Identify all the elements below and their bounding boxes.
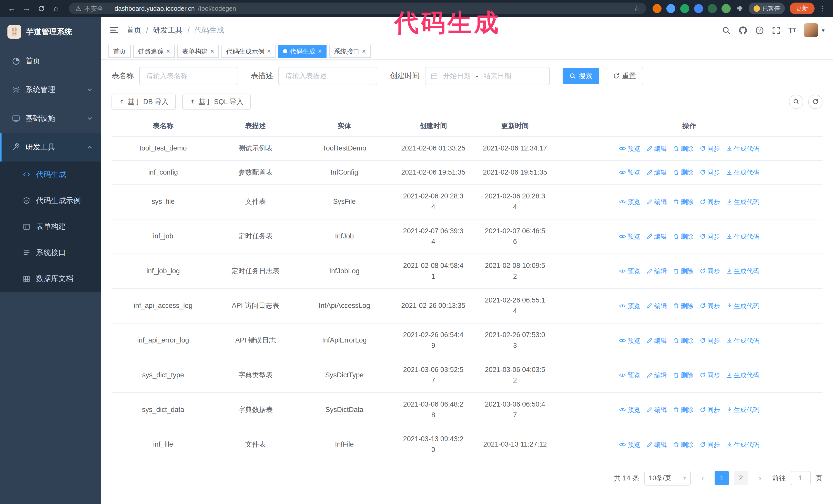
preview-action[interactable]: 预览 [619, 301, 640, 311]
preview-action[interactable]: 预览 [619, 336, 640, 345]
delete-action[interactable]: 删除 [673, 144, 694, 153]
extension-1-icon[interactable] [652, 4, 662, 13]
sidebar-subitem-0[interactable]: 代码生成 [0, 162, 101, 188]
import-db-button[interactable]: 基于 DB 导入 [112, 94, 176, 110]
preview-action[interactable]: 预览 [619, 144, 640, 153]
tab-3[interactable]: 代码生成示例× [221, 45, 276, 58]
paused-badge[interactable]: 已暂停 [749, 3, 785, 14]
sync-action[interactable]: 同步 [700, 144, 720, 153]
close-icon[interactable]: × [210, 48, 214, 55]
sync-action[interactable]: 同步 [700, 405, 720, 415]
bookmark-star-icon[interactable]: ☆ [634, 4, 640, 13]
generate-code-action[interactable]: 生成代码 [727, 370, 759, 380]
delete-action[interactable]: 删除 [673, 301, 694, 311]
date-range-picker[interactable]: 开始日期 - 结束日期 [425, 67, 550, 85]
goto-page-input[interactable] [791, 471, 811, 485]
search-button[interactable]: 搜索 [563, 68, 599, 84]
preview-action[interactable]: 预览 [619, 370, 640, 380]
sync-action[interactable]: 同步 [700, 232, 720, 241]
edit-action[interactable]: 编辑 [647, 440, 667, 450]
preview-action[interactable]: 预览 [619, 197, 640, 207]
delete-action[interactable]: 删除 [673, 197, 694, 207]
browser-menu-icon[interactable]: ⋮ [816, 4, 828, 13]
delete-action[interactable]: 删除 [673, 336, 694, 345]
sidebar-subitem-2[interactable]: 表单构建 [0, 214, 101, 240]
font-size-icon[interactable]: TT [788, 27, 796, 34]
extension-6-icon[interactable] [721, 4, 731, 13]
edit-action[interactable]: 编辑 [647, 266, 667, 276]
edit-action[interactable]: 编辑 [647, 370, 667, 380]
breadcrumb-item-tools[interactable]: 研发工具 [153, 25, 183, 35]
generate-code-action[interactable]: 生成代码 [727, 405, 759, 415]
help-icon[interactable]: ? [755, 26, 764, 34]
sidebar-subitem-3[interactable]: 系统接口 [0, 240, 101, 266]
edit-action[interactable]: 编辑 [647, 405, 667, 415]
sync-action[interactable]: 同步 [700, 370, 720, 380]
sidebar-subitem-1[interactable]: 代码生成示例 [0, 188, 101, 214]
generate-code-action[interactable]: 生成代码 [727, 232, 759, 241]
sync-action[interactable]: 同步 [700, 266, 720, 276]
extension-2-icon[interactable] [666, 4, 675, 13]
edit-action[interactable]: 编辑 [647, 167, 667, 177]
table-desc-input[interactable] [278, 67, 377, 85]
sidebar-item-2[interactable]: 基础设施 [0, 104, 101, 133]
user-avatar[interactable] [804, 23, 818, 37]
page-button-1[interactable]: 1 [715, 471, 729, 485]
preview-action[interactable]: 预览 [619, 405, 640, 415]
extension-4-icon[interactable] [694, 4, 703, 13]
preview-action[interactable]: 预览 [619, 440, 640, 450]
prev-page-button[interactable]: ‹ [696, 471, 710, 485]
preview-action[interactable]: 预览 [619, 266, 640, 276]
generate-code-action[interactable]: 生成代码 [727, 301, 759, 311]
back-icon[interactable]: ← [5, 2, 18, 15]
forward-icon[interactable]: → [20, 2, 33, 15]
reload-icon[interactable] [35, 2, 48, 15]
close-icon[interactable]: × [166, 48, 170, 55]
tab-5[interactable]: 系统接口× [329, 45, 371, 58]
edit-action[interactable]: 编辑 [647, 144, 667, 153]
github-icon[interactable] [738, 26, 747, 35]
reset-button[interactable]: 重置 [606, 68, 643, 84]
sidebar-item-1[interactable]: 系统管理 [0, 75, 101, 104]
fullscreen-icon[interactable] [772, 26, 781, 34]
sync-action[interactable]: 同步 [700, 301, 720, 311]
delete-action[interactable]: 删除 [673, 440, 694, 450]
tab-0[interactable]: 首页 [109, 45, 131, 58]
page-button-2[interactable]: 2 [734, 471, 748, 485]
import-sql-button[interactable]: 基于 SQL 导入 [182, 94, 251, 110]
delete-action[interactable]: 删除 [673, 405, 694, 415]
page-size-select[interactable]: 10条/页 ▾ [644, 471, 691, 485]
preview-action[interactable]: 预览 [619, 167, 640, 177]
preview-action[interactable]: 预览 [619, 232, 640, 241]
refresh-button[interactable] [808, 95, 823, 109]
breadcrumb-item-home[interactable]: 首页 [126, 25, 141, 35]
close-icon[interactable]: × [362, 48, 366, 55]
next-page-button[interactable]: › [753, 471, 767, 485]
generate-code-action[interactable]: 生成代码 [727, 336, 759, 345]
generate-code-action[interactable]: 生成代码 [727, 167, 759, 177]
extensions-puzzle-icon[interactable] [736, 5, 744, 13]
delete-action[interactable]: 删除 [673, 167, 694, 177]
sync-action[interactable]: 同步 [700, 440, 720, 450]
home-icon[interactable]: ⌂ [50, 2, 63, 15]
avatar-caret-down-icon[interactable]: ▾ [822, 27, 825, 34]
table-name-input[interactable] [139, 67, 238, 85]
url-bar[interactable]: ⚠ 不安全 dashboard.yudao.iocoder.cn/tool/co… [69, 3, 646, 14]
delete-action[interactable]: 删除 [673, 370, 694, 380]
generate-code-action[interactable]: 生成代码 [727, 266, 759, 276]
extension-3-icon[interactable] [680, 4, 689, 13]
extension-5-icon[interactable] [708, 4, 717, 13]
search-icon[interactable] [722, 26, 731, 34]
tab-1[interactable]: 链路追踪× [133, 45, 174, 58]
close-icon[interactable]: × [267, 48, 271, 55]
sidebar-subitem-4[interactable]: 数据库文档 [0, 266, 101, 292]
delete-action[interactable]: 删除 [673, 266, 694, 276]
tab-2[interactable]: 表单构建× [177, 45, 219, 58]
update-button[interactable]: 更新 [790, 3, 814, 14]
edit-action[interactable]: 编辑 [647, 301, 667, 311]
edit-action[interactable]: 编辑 [647, 232, 667, 241]
generate-code-action[interactable]: 生成代码 [727, 440, 759, 450]
sidebar-item-3[interactable]: 研发工具 [0, 133, 101, 162]
generate-code-action[interactable]: 生成代码 [727, 144, 759, 153]
tab-4[interactable]: 代码生成× [278, 45, 326, 58]
